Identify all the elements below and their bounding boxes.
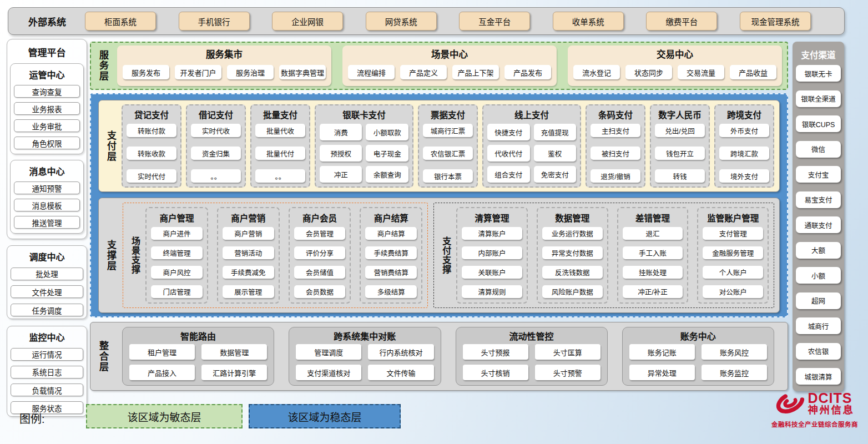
integration-item-button[interactable]: 头寸匡算 xyxy=(535,344,600,360)
support-item-button[interactable]: 手续费减免 xyxy=(223,266,274,279)
payment-channel-button[interactable]: 大额 xyxy=(796,242,841,259)
service-item-button[interactable]: 交易流量 xyxy=(678,65,724,79)
sidebar-item-button[interactable]: 通知预警 xyxy=(14,181,80,194)
integration-item-button[interactable]: 头寸预警 xyxy=(535,365,600,380)
support-item-button[interactable]: 门店管理 xyxy=(151,285,203,298)
payment-channel-button[interactable]: 小额 xyxy=(796,267,841,284)
sidebar-item-button[interactable]: 业务报表 xyxy=(14,102,80,115)
sidebar-item-button[interactable]: 业务审批 xyxy=(14,119,80,132)
support-item-button[interactable]: 退汇 xyxy=(623,227,683,240)
sidebar-item-button[interactable]: 文件处理 xyxy=(11,285,83,298)
payment-item-button[interactable]: 消费 xyxy=(320,124,362,140)
payment-item-button[interactable]: 小额取款 xyxy=(366,124,408,140)
service-item-button[interactable]: 开发者门户 xyxy=(175,65,221,79)
payment-item-button[interactable]: 转账收款 xyxy=(127,147,176,160)
support-item-button[interactable]: 支付管理 xyxy=(703,227,763,240)
service-item-button[interactable]: 服务治理 xyxy=(227,65,274,79)
external-system-button[interactable]: 缴费平台 xyxy=(646,12,717,31)
payment-item-button[interactable]: 境外支付 xyxy=(719,169,769,183)
sidebar-item-button[interactable]: 运行情况 xyxy=(11,348,83,361)
support-item-button[interactable]: 展示管理 xyxy=(223,285,274,298)
service-item-button[interactable]: 流程编排 xyxy=(348,65,395,79)
sidebar-item-button[interactable]: 批处理 xyxy=(11,268,83,280)
support-item-button[interactable]: 多级结算 xyxy=(365,285,417,298)
payment-channel-button[interactable]: 城商行 xyxy=(796,317,841,334)
payment-item-button[interactable]: 银行本票 xyxy=(423,169,473,183)
external-system-button[interactable]: 现金管理系统 xyxy=(740,12,811,31)
integration-item-button[interactable]: 异常处理 xyxy=(629,365,695,380)
support-item-button[interactable]: 营销活动 xyxy=(223,246,274,259)
integration-item-button[interactable]: 账务风控 xyxy=(702,344,767,360)
support-item-button[interactable]: 清算账户 xyxy=(462,227,522,240)
support-item-button[interactable]: 会员储值 xyxy=(294,266,346,279)
support-item-button[interactable]: 冲正/补正 xyxy=(623,285,683,298)
payment-item-button[interactable]: 资金归集 xyxy=(191,147,241,160)
payment-item-button[interactable]: 实时代付 xyxy=(127,169,176,183)
sidebar-item-button[interactable]: 消息模板 xyxy=(14,199,80,211)
payment-item-button[interactable]: 。。 xyxy=(191,169,241,183)
payment-channel-button[interactable]: 支付宝 xyxy=(796,166,841,183)
payment-item-button[interactable]: 代收代付 xyxy=(487,145,530,162)
payment-item-button[interactable]: 主扫支付 xyxy=(591,124,640,137)
integration-item-button[interactable]: 支付渠道核对 xyxy=(296,365,361,380)
payment-item-button[interactable]: 批量代付 xyxy=(255,147,305,160)
service-item-button[interactable]: 状态同步 xyxy=(625,65,672,79)
payment-item-button[interactable]: 鉴权 xyxy=(534,145,577,162)
payment-item-button[interactable]: 兑出/兑回 xyxy=(655,124,705,137)
payment-item-button[interactable]: 余额查询 xyxy=(366,166,408,183)
sidebar-item-button[interactable]: 系统日志 xyxy=(11,366,83,379)
support-item-button[interactable]: 评价分享 xyxy=(294,246,346,259)
support-item-button[interactable]: 关联账户 xyxy=(462,266,522,279)
service-item-button[interactable]: 产品定义 xyxy=(400,65,447,79)
payment-item-button[interactable]: 转钱 xyxy=(655,169,705,183)
payment-channel-button[interactable]: 通联支付 xyxy=(796,216,841,233)
payment-item-button[interactable]: 快捷支付 xyxy=(487,124,530,140)
payment-channel-button[interactable]: 银联全渠道 xyxy=(796,90,841,107)
integration-item-button[interactable]: 管理调度 xyxy=(296,344,361,360)
payment-item-button[interactable]: 跨境汇款 xyxy=(719,147,769,160)
sidebar-item-button[interactable]: 推送管理 xyxy=(14,216,80,229)
sidebar-item-button[interactable]: 查询查复 xyxy=(14,85,80,98)
support-item-button[interactable]: 对公账户 xyxy=(703,285,763,298)
external-system-button[interactable]: 企业网银 xyxy=(272,12,343,31)
external-system-button[interactable]: 手机银行 xyxy=(179,12,250,31)
integration-item-button[interactable]: 头寸核销 xyxy=(463,365,528,380)
payment-channel-button[interactable]: 银联无卡 xyxy=(796,65,841,82)
payment-item-button[interactable]: 组合支付 xyxy=(487,166,530,183)
support-item-button[interactable]: 反洗钱数据 xyxy=(542,266,603,279)
support-item-button[interactable]: 挂账处理 xyxy=(623,266,683,279)
support-item-button[interactable]: 会员管理 xyxy=(294,227,346,240)
external-system-button[interactable]: 收单系统 xyxy=(553,12,624,31)
integration-item-button[interactable]: 账务记账 xyxy=(629,344,695,360)
service-item-button[interactable]: 产品收益 xyxy=(730,65,776,79)
service-item-button[interactable]: 产品上下架 xyxy=(452,65,499,79)
payment-item-button[interactable]: 转账付款 xyxy=(127,124,176,137)
support-item-button[interactable]: 商户结算 xyxy=(365,227,417,240)
payment-item-button[interactable]: 城商行汇票 xyxy=(423,124,473,137)
payment-channel-button[interactable]: 微信 xyxy=(796,141,841,158)
external-system-button[interactable]: 网贷系统 xyxy=(366,12,437,31)
support-item-button[interactable]: 商户风控 xyxy=(151,266,203,279)
payment-item-button[interactable]: 退货/撤销 xyxy=(591,169,640,183)
integration-item-button[interactable]: 文件传输 xyxy=(368,365,433,380)
payment-item-button[interactable]: 外币支付 xyxy=(719,124,769,137)
support-item-button[interactable]: 个人账户 xyxy=(703,266,763,279)
payment-channel-button[interactable]: 农信银 xyxy=(796,343,841,360)
sidebar-item-button[interactable]: 负载情况 xyxy=(11,384,83,396)
payment-item-button[interactable]: 钱包开立 xyxy=(655,147,705,160)
integration-item-button[interactable]: 租户管理 xyxy=(129,344,195,360)
support-item-button[interactable]: 会员数据 xyxy=(294,285,346,298)
support-item-button[interactable]: 风险账户数据 xyxy=(542,285,603,298)
support-item-button[interactable]: 金融服务管理 xyxy=(703,246,763,259)
payment-channel-button[interactable]: 超网 xyxy=(796,292,841,309)
payment-item-button[interactable]: 预授权 xyxy=(320,145,362,162)
service-item-button[interactable]: 服务发布 xyxy=(123,65,169,79)
sidebar-item-button[interactable]: 任务调度 xyxy=(11,304,83,316)
support-item-button[interactable]: 手工入账 xyxy=(623,246,683,259)
support-item-button[interactable]: 营销费结算 xyxy=(365,266,417,279)
payment-item-button[interactable]: 冲正 xyxy=(320,166,362,183)
payment-item-button[interactable]: 批量代收 xyxy=(255,124,305,137)
service-item-button[interactable]: 产品发布 xyxy=(504,65,551,79)
payment-channel-button[interactable]: 易宝支付 xyxy=(796,191,841,208)
support-item-button[interactable]: 清算规则 xyxy=(462,285,522,298)
